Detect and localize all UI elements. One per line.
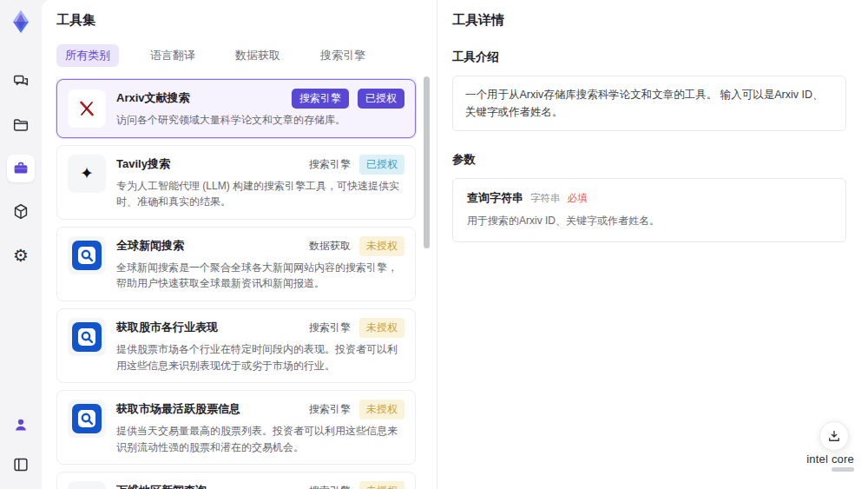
newspaper-icon	[68, 481, 106, 489]
gear-icon[interactable]: ⚙	[7, 241, 35, 269]
tool-card-global-news[interactable]: 全球新闻搜索 数据获取 未授权 全球新闻搜索是一个聚合全球各大新闻网站内容的搜索…	[56, 227, 416, 301]
category-label: 搜索引擎	[309, 402, 351, 417]
app-window: ⚙ 工具集 所有类别 语言翻译	[0, 0, 868, 489]
category-label: 搜索引擎	[309, 320, 351, 335]
category-badge: 搜索引擎	[292, 89, 349, 109]
param-type: 字符串	[530, 192, 561, 205]
panel-toggle-icon[interactable]	[7, 451, 35, 479]
parameter-item: 查询字符串 字符串 必填 用于搜索的Arxiv ID、关键字或作者姓名。	[452, 178, 846, 242]
auth-status-badge: 已授权	[359, 155, 404, 175]
tool-description: 访问各个研究领域大量科学论文和文章的存储库。	[116, 112, 404, 129]
tool-card-arxiv[interactable]: Arxiv文献搜索 搜索引擎 已授权 访问各个研究领域大量科学论文和文章的存储库…	[56, 79, 416, 138]
tool-description: 提供股票市场各个行业在特定时间段内的表现。投资者可以利用这些信息来识别表现优于或…	[116, 341, 404, 373]
auth-status-badge: 未授权	[359, 400, 404, 420]
tool-card-regional-news[interactable]: 万维地区新闻查询 搜索引擎 未授权 查询具体行政区划内的新闻，快速了解各地新闻动…	[56, 472, 416, 489]
tool-card-tavily[interactable]: ✦ Tavily搜索 搜索引擎 已授权 专为人工智能代理 (LLM) 构建的搜索…	[56, 145, 416, 220]
tab-language-translation[interactable]: 语言翻译	[141, 44, 204, 67]
category-label: 数据获取	[309, 239, 351, 254]
blue-search-app-icon	[68, 318, 106, 356]
main-content: 工具集 所有类别 语言翻译 数据获取 搜索引擎	[42, 0, 868, 489]
page-title: 工具集	[56, 12, 437, 29]
category-tabs: 所有类别 语言翻译 数据获取 搜索引擎	[56, 44, 437, 67]
download-button[interactable]	[819, 421, 849, 451]
params-heading: 参数	[452, 152, 846, 168]
auth-status-badge: 未授权	[359, 481, 404, 489]
download-icon	[826, 428, 842, 444]
tool-description: 专为人工智能代理 (LLM) 构建的搜索引擎工具，可快速提供实时、准确和真实的结…	[116, 178, 404, 210]
auth-status-badge: 未授权	[359, 318, 404, 338]
intro-heading: 工具介绍	[452, 50, 846, 65]
category-label: 搜索引擎	[309, 157, 351, 172]
tool-card-list: Arxiv文献搜索 搜索引擎 已授权 访问各个研究领域大量科学论文和文章的存储库…	[56, 79, 437, 489]
tool-description: 全球新闻搜索是一个聚合全球各大新闻网站内容的搜索引擎，帮助用户快速获取全球最新资…	[116, 260, 404, 292]
intel-core-logo: intel core	[806, 453, 854, 472]
user-icon[interactable]	[7, 411, 35, 439]
tab-search-engine[interactable]: 搜索引擎	[312, 44, 374, 67]
list-scrollbar-thumb[interactable]	[424, 76, 430, 248]
tab-data-fetch[interactable]: 数据获取	[227, 44, 289, 67]
tavily-star-icon: ✦	[68, 155, 106, 193]
detail-title: 工具详情	[452, 12, 846, 29]
tool-name: Tavily搜索	[116, 155, 302, 172]
sidebar-nav: ⚙	[7, 68, 35, 269]
briefcase-icon[interactable]	[7, 155, 35, 182]
tool-description: 提供当天交易量最高的股票列表。投资者可以利用这些信息来识别流动性强的股票和潜在的…	[116, 423, 404, 455]
blue-search-app-icon	[68, 236, 106, 274]
sidebar: ⚙	[0, 0, 42, 489]
category-label: 搜索引擎	[309, 484, 351, 489]
tool-card-most-active-stocks[interactable]: 获取市场最活跃股票信息 搜索引擎 未授权 提供当天交易量最高的股票列表。投资者可…	[56, 390, 416, 465]
blue-search-app-icon	[68, 400, 106, 438]
sidebar-bottom	[7, 411, 35, 479]
cube-icon[interactable]	[7, 198, 35, 226]
param-description: 用于搜索的Arxiv ID、关键字或作者姓名。	[467, 214, 832, 228]
tool-name: 获取市场最活跃股票信息	[116, 400, 302, 417]
tool-intro-text: 一个用于从Arxiv存储库搜索科学论文和文章的工具。 输入可以是Arxiv ID…	[452, 76, 846, 131]
tool-name: 万维地区新闻查询	[116, 481, 302, 489]
tool-list-panel: 工具集 所有类别 语言翻译 数据获取 搜索引擎	[42, 0, 437, 489]
tool-name: 全球新闻搜索	[116, 236, 302, 254]
auth-status-badge: 已授权	[358, 89, 404, 109]
brand-badge	[832, 467, 854, 472]
app-logo-icon	[8, 9, 34, 35]
tool-name: 获取股市各行业表现	[116, 318, 302, 335]
param-required-flag: 必填	[568, 192, 588, 205]
tool-detail-panel: 工具详情 工具介绍 一个用于从Arxiv存储库搜索科学论文和文章的工具。 输入可…	[437, 0, 868, 489]
tool-name: Arxiv文献搜索	[116, 89, 285, 106]
chat-icon[interactable]	[7, 68, 35, 96]
tool-card-sector-performance[interactable]: 获取股市各行业表现 搜索引擎 未授权 提供股票市场各个行业在特定时间段内的表现。…	[56, 308, 416, 383]
arxiv-logo-icon	[68, 89, 106, 128]
auth-status-badge: 未授权	[359, 236, 404, 256]
tab-all-categories[interactable]: 所有类别	[56, 44, 119, 67]
param-name: 查询字符串	[467, 190, 523, 206]
brand-text: intel core	[806, 453, 854, 466]
folder-icon[interactable]	[7, 111, 35, 139]
